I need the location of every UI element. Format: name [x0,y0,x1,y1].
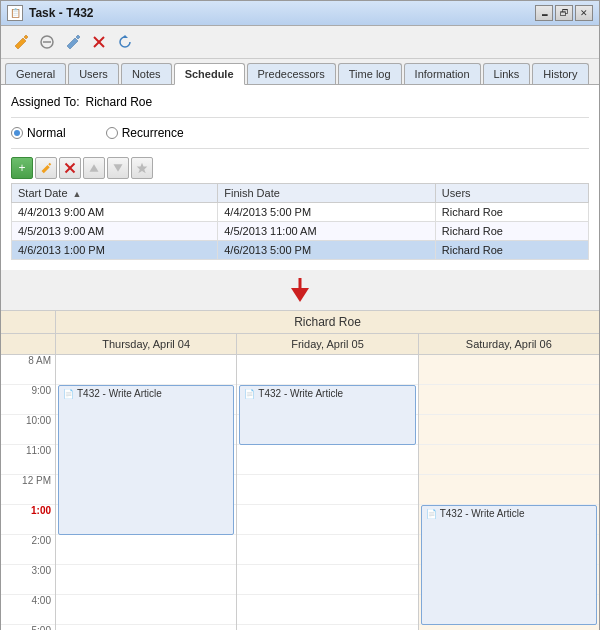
minimize-button[interactable]: 🗕 [535,5,553,21]
sat-slot-2 [419,415,599,445]
window-title: Task - T432 [29,6,93,20]
divider1 [11,117,589,118]
fri-slot-6 [237,535,417,565]
refresh-button[interactable] [113,30,137,54]
title-controls: 🗕 🗗 ✕ [535,5,593,21]
calendar-days-row: Thursday, April 04 Friday, April 05 Satu… [1,334,599,355]
cell-start: 4/6/2013 1:00 PM [12,241,218,260]
tab-predecessors[interactable]: Predecessors [247,63,336,84]
assigned-row: Assigned To: Richard Roe [11,95,589,109]
day-columns: 📄 T432 - Write Article [56,355,599,630]
col-start-date[interactable]: Start Date ▲ [12,184,218,203]
fri-slot-9 [237,625,417,630]
time-column: 8 AM 9:00 10:00 11:00 12 PM 1:00 2:00 3:… [1,355,56,630]
thu-event-icon: 📄 [63,389,74,399]
thu-event[interactable]: 📄 T432 - Write Article [58,385,234,535]
cell-finish: 4/5/2013 11:00 AM [218,222,436,241]
recurrence-label: Recurrence [122,126,184,140]
move-up-button[interactable] [83,157,105,179]
fri-event-icon: 📄 [244,389,255,399]
edit-button[interactable] [9,30,33,54]
main-toolbar [1,26,599,59]
svg-marker-4 [122,35,128,38]
time-1: 1:00 [1,505,55,535]
cal-day-thu: Thursday, April 04 [56,334,237,354]
thu-slot-6 [56,535,236,565]
sat-slot-3 [419,445,599,475]
time-4: 4:00 [1,595,55,625]
tab-timelog[interactable]: Time log [338,63,402,84]
edit2-button[interactable] [61,30,85,54]
normal-radio[interactable]: Normal [11,126,66,140]
cal-col-thu: 📄 T432 - Write Article [56,355,237,630]
radio-row: Normal Recurrence [11,126,589,140]
cal-day-sat: Saturday, April 06 [419,334,599,354]
delete-button[interactable] [87,30,111,54]
delete-schedule-button[interactable] [59,157,81,179]
assigned-label: Assigned To: [11,95,80,109]
arrow-connector [1,270,599,310]
sat-slot-1 [419,385,599,415]
move-down-button[interactable] [107,157,129,179]
fri-slot-7 [237,565,417,595]
sat-event[interactable]: 📄 T432 - Write Article [421,505,597,625]
tab-general[interactable]: General [5,63,66,84]
time-5: 5:00 [1,625,55,630]
recurrence-radio-circle [106,127,118,139]
table-row[interactable]: 4/5/2013 9:00 AM 4/5/2013 11:00 AM Richa… [12,222,589,241]
edit-schedule-button[interactable] [35,157,57,179]
time-10: 10:00 [1,415,55,445]
fri-event[interactable]: 📄 T432 - Write Article [239,385,415,445]
thu-slot-8 [56,595,236,625]
cal-time-header [1,334,56,354]
maximize-button[interactable]: 🗗 [555,5,573,21]
tab-schedule[interactable]: Schedule [174,63,245,85]
sat-slot-4 [419,475,599,505]
fri-slot-4 [237,475,417,505]
cell-start: 4/4/2013 9:00 AM [12,203,218,222]
cell-finish: 4/4/2013 5:00 PM [218,203,436,222]
tab-users[interactable]: Users [68,63,119,84]
settings-button[interactable] [131,157,153,179]
fri-event-title: T432 - Write Article [258,388,343,399]
cell-user: Richard Roe [435,222,588,241]
calendar-body: 8 AM 9:00 10:00 11:00 12 PM 1:00 2:00 3:… [1,355,599,630]
cell-user: Richard Roe [435,203,588,222]
tab-links[interactable]: Links [483,63,531,84]
cell-user: Richard Roe [435,241,588,260]
sat-slot-0 [419,355,599,385]
time-3: 3:00 [1,565,55,595]
recurrence-radio[interactable]: Recurrence [106,126,184,140]
title-bar: 📋 Task - T432 🗕 🗗 ✕ [1,1,599,26]
assigned-value: Richard Roe [86,95,153,109]
cancel-button[interactable] [35,30,59,54]
cal-col-sat: 📄 T432 - Write Article [419,355,599,630]
close-button[interactable]: ✕ [575,5,593,21]
time-9: 9:00 [1,385,55,415]
content-area: Assigned To: Richard Roe Normal Recurren… [1,85,599,270]
time-12: 12 PM [1,475,55,505]
col-finish-date[interactable]: Finish Date [218,184,436,203]
fri-slot-0 [237,355,417,385]
svg-marker-9 [137,163,148,174]
calendar-section: Richard Roe Thursday, April 04 Friday, A… [1,310,599,630]
tabs-bar: General Users Notes Schedule Predecessor… [1,59,599,85]
schedule-table: Start Date ▲ Finish Date Users 4/4/2013 … [11,183,589,260]
table-row[interactable]: 4/6/2013 1:00 PM 4/6/2013 5:00 PM Richar… [12,241,589,260]
svg-marker-7 [90,164,99,172]
tab-history[interactable]: History [532,63,588,84]
cell-finish: 4/6/2013 5:00 PM [218,241,436,260]
window-icon: 📋 [7,5,23,21]
time-8am: 8 AM [1,355,55,385]
tab-information[interactable]: Information [404,63,481,84]
tab-notes[interactable]: Notes [121,63,172,84]
col-users[interactable]: Users [435,184,588,203]
table-row[interactable]: 4/4/2013 9:00 AM 4/4/2013 5:00 PM Richar… [12,203,589,222]
sub-toolbar: + [11,157,589,179]
add-schedule-button[interactable]: + [11,157,33,179]
cal-col-fri: 📄 T432 - Write Article [237,355,418,630]
svg-marker-8 [114,164,123,172]
divider2 [11,148,589,149]
time-2: 2:00 [1,535,55,565]
calendar-user-row: Richard Roe [1,311,599,334]
